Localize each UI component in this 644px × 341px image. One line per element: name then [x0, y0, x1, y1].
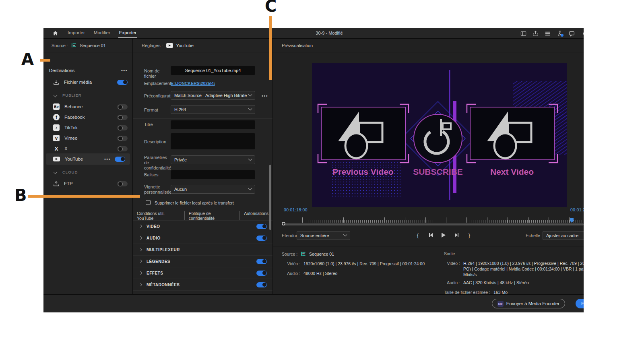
delete-local-label: Supprimer le fichier local après le tran…: [155, 200, 234, 205]
preset-dropdown[interactable]: Match Source - Adaptive High Bitrate: [171, 91, 255, 100]
chevron-down-icon: [248, 92, 252, 96]
destination-behance[interactable]: Be Behance: [53, 101, 128, 112]
chevron-down-icon: [248, 106, 252, 110]
metadata-toggle[interactable]: [256, 282, 267, 287]
playhead-marker[interactable]: [570, 218, 574, 223]
destination-youtube[interactable]: YouTube •••: [46, 153, 130, 165]
annotation-letter-a: A: [21, 50, 34, 68]
video-label-next: Next Video: [490, 167, 534, 176]
description-input[interactable]: [171, 133, 255, 149]
premiere-export-window: Importer Modifier Exporter 30-9 - Modifi…: [43, 28, 584, 312]
progress-circle-icon[interactable]: [581, 31, 584, 37]
step-back-button[interactable]: [426, 231, 436, 239]
annotation-line-b: [28, 195, 140, 198]
chevron-down-icon: [248, 157, 252, 161]
privacy-policy-link[interactable]: Politique de confidentialité: [185, 211, 240, 221]
preset-more-icon[interactable]: •••: [262, 93, 268, 98]
media-encoder-icon: Me: [497, 301, 504, 307]
output-video-line2: PQ) | Codage matériel | Nvidia Codec | 0…: [463, 266, 584, 272]
destinations-more-icon[interactable]: •••: [121, 68, 128, 73]
section-captions[interactable]: LÉGENDES: [133, 256, 272, 267]
output-info-label: Sortie: [444, 251, 584, 256]
x-icon: X: [53, 146, 60, 152]
permissions-link[interactable]: Autorisations: [240, 211, 272, 221]
home-icon[interactable]: [52, 30, 58, 36]
section-video[interactable]: VIDÉO: [133, 221, 272, 232]
x-toggle[interactable]: [117, 146, 128, 151]
timeline-scrollbar[interactable]: [282, 223, 584, 225]
output-video-line3: Mbits/s: [463, 272, 584, 277]
tiktok-toggle[interactable]: [117, 125, 128, 130]
location-link[interactable]: E:\JONCKERS\2025\4\: [171, 81, 215, 86]
export-button[interactable]: Ex: [576, 299, 584, 308]
feedback-bubble-icon[interactable]: [569, 31, 575, 37]
location-label: Emplacement: [144, 81, 171, 86]
publish-section-header[interactable]: PUBLIER: [54, 90, 128, 100]
destination-ftp[interactable]: FTP: [53, 178, 128, 189]
video-toggle[interactable]: [256, 224, 267, 229]
format-dropdown[interactable]: H.264: [171, 105, 255, 114]
timeline-ruler[interactable]: [282, 217, 584, 223]
share-export-icon[interactable]: [533, 31, 539, 37]
destination-x[interactable]: X X: [53, 143, 128, 154]
section-audio[interactable]: AUDIO: [133, 232, 272, 244]
sequence-icon: [301, 251, 306, 256]
end-timecode: 00:01:2: [570, 207, 584, 212]
thumbnail-dropdown[interactable]: Aucun: [171, 185, 255, 194]
section-multiplexer[interactable]: MULTIPLEXEUR: [133, 244, 272, 256]
tab-exporter[interactable]: Exporter: [118, 28, 137, 38]
cloud-section-header[interactable]: CLOUD: [54, 167, 128, 177]
chevron-right-icon: [139, 236, 142, 240]
output-video-line1: H.264 | 1920x1080 (1.0) | 23.976 i/s | P…: [463, 260, 584, 266]
media-file-toggle[interactable]: [117, 80, 128, 85]
tab-modifier[interactable]: Modifier: [93, 28, 111, 38]
tags-label: Balises: [144, 172, 171, 178]
behance-toggle[interactable]: [117, 104, 128, 110]
source-label: Source :: [52, 43, 68, 48]
settings-scrollbar[interactable]: [269, 165, 271, 230]
youtube-toggle[interactable]: [115, 157, 125, 162]
title-input[interactable]: [171, 120, 255, 129]
effects-toggle[interactable]: [256, 271, 267, 276]
tags-input[interactable]: [171, 170, 255, 179]
privacy-dropdown[interactable]: Privée: [171, 155, 255, 164]
render-queue-icon[interactable]: [545, 31, 551, 37]
beta-flask-icon[interactable]: [557, 31, 563, 37]
section-metadata[interactable]: MÉTADONNÉES: [133, 279, 272, 291]
send-to-media-encoder-button[interactable]: Me Envoyer à Media Encoder: [492, 299, 565, 308]
scrollbar-handle[interactable]: [282, 222, 285, 225]
destination-tiktok[interactable]: ♪ TikTok: [53, 122, 128, 133]
chevron-right-icon: [139, 248, 142, 251]
youtube-icon: [53, 157, 60, 161]
thumbnail-label: Vignette personnalisée: [144, 184, 171, 195]
divider: [273, 246, 584, 246]
destination-vimeo[interactable]: v Vimeo: [53, 133, 128, 143]
destination-facebook[interactable]: f Facebook: [53, 112, 128, 122]
title-label: Titre: [144, 122, 171, 127]
video-preview[interactable]: Previous Video SUBSCRIBE Next Video: [312, 63, 567, 207]
destination-media-file[interactable]: Fichier média: [53, 77, 128, 87]
captions-toggle[interactable]: [256, 259, 267, 264]
youtube-more-icon[interactable]: •••: [104, 157, 111, 161]
chevron-right-icon: [139, 283, 142, 286]
range-dropdown[interactable]: Source entière: [297, 231, 350, 240]
step-forward-button[interactable]: [452, 231, 461, 239]
source-audio-label: Audio :: [282, 271, 300, 276]
scale-dropdown[interactable]: Ajuster au cadre: [543, 231, 584, 240]
mark-in-button[interactable]: {: [413, 231, 423, 239]
project-title: 30-9 - Modifié: [297, 31, 361, 35]
section-effects[interactable]: EFFETS: [133, 267, 272, 279]
filename-input[interactable]: [171, 66, 255, 75]
facebook-toggle[interactable]: [117, 115, 128, 120]
workspace-panel-icon[interactable]: [520, 31, 526, 37]
play-button[interactable]: [439, 231, 448, 239]
mark-out-button[interactable]: }: [464, 231, 474, 239]
ftp-toggle[interactable]: [117, 181, 128, 186]
tab-importer[interactable]: Importer: [67, 28, 86, 38]
vimeo-toggle[interactable]: [117, 136, 128, 141]
youtube-terms-link[interactable]: Conditions util. YouTube: [133, 211, 185, 221]
footer-action-bar: Me Envoyer à Media Encoder Ex: [43, 294, 584, 312]
audio-toggle[interactable]: [256, 236, 267, 241]
output-video-label: Vidéo :: [444, 260, 460, 277]
delete-local-checkbox[interactable]: [146, 200, 151, 205]
